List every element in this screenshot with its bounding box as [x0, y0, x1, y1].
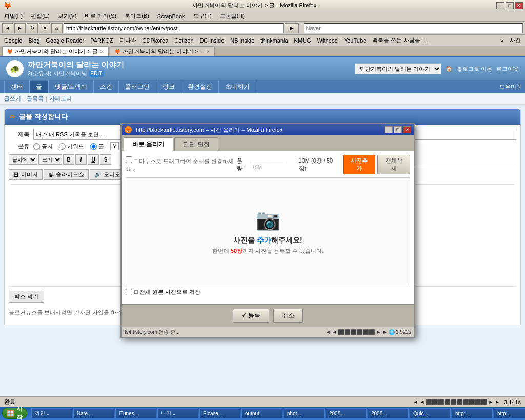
url-input[interactable] [66, 25, 281, 31]
taskbar-item-8[interactable]: 2008... [368, 408, 409, 418]
radio-group: 공지 키워드 글 Y [33, 142, 119, 150]
bookmark-google[interactable]: Google [2, 36, 24, 45]
bookmark-reader[interactable]: Google Reader [44, 36, 87, 45]
taskbar-item-3[interactable]: 나이... [157, 408, 198, 418]
nav-plugin[interactable]: 플러그인 [119, 81, 156, 93]
nav-posts[interactable]: 글 [30, 81, 49, 93]
nav-link[interactable]: 링크 [156, 81, 181, 93]
radio-notice-input[interactable] [33, 143, 40, 150]
nav-settings[interactable]: 환경설정 [181, 81, 219, 93]
taskbar-item-11[interactable]: http:... [494, 408, 525, 418]
media-tab-image[interactable]: 🖼 이미지 [9, 169, 43, 180]
blog-avatar: 🐢 [6, 60, 24, 77]
taskbar-item-7[interactable]: 2008... [326, 408, 367, 418]
bookmark-dinawa[interactable]: 디나와 [117, 35, 138, 45]
tab-1[interactable]: 🦊 까만거북이의 달리는 이야기 > ... ✕ [110, 46, 215, 56]
breadcrumb-list[interactable]: 글목록 [27, 95, 44, 103]
radio-keyword-input[interactable] [59, 143, 66, 150]
reload-button[interactable]: ↻ [27, 23, 38, 33]
start-button[interactable]: 🪟 시작 [2, 408, 27, 419]
menu-tools[interactable]: 도구(T) [191, 11, 214, 21]
strikethrough-button[interactable]: S [100, 154, 111, 165]
taskbar-item-1[interactable]: Nate... [73, 408, 114, 418]
goto-blog-link[interactable]: 🏠 [446, 66, 453, 72]
move-to-blog-link[interactable]: 블로그로 이동 [457, 65, 492, 73]
taskbar-item-0[interactable]: 까만... [31, 408, 72, 418]
taskbar-item-5[interactable]: output [241, 408, 282, 418]
nav-center[interactable]: 센터 [4, 81, 30, 93]
taskbar-item-4[interactable]: Picasa... [199, 408, 240, 418]
dialog-footer: ✔ 등록 취소 [122, 304, 414, 327]
media-tab-audio[interactable]: 🔊 오디오 [90, 169, 125, 180]
close-button[interactable]: ✕ [515, 2, 523, 9]
dialog-tab-upload[interactable]: 바로 올리기 [124, 137, 173, 151]
bookmark-parkoz[interactable]: PARKOZ [88, 36, 115, 45]
logout-link[interactable]: 로그아웃 [496, 65, 519, 73]
dialog-tab-edit[interactable]: 간단 편집 [174, 137, 218, 151]
menu-bar: 파일(F) 편집(E) 보기(V) 바로 가기(S) 북마크(B) ScrapB… [0, 11, 525, 22]
tab-0[interactable]: 🦊 까만거북이의 달리는 이야기 > 글 ✕ [2, 46, 109, 56]
menu-edit[interactable]: 편집(E) [29, 11, 52, 21]
bookmark-withpod[interactable]: Withpod [315, 36, 340, 45]
bookmark-dc[interactable]: DC inside [198, 36, 227, 45]
search-input[interactable] [306, 25, 521, 31]
bookmark-kmug[interactable]: KMUG [292, 36, 313, 45]
blog-select[interactable]: 까만거북이의 달리는 이야기 [355, 63, 441, 74]
add-photo-button[interactable]: 사진추가 [343, 155, 376, 174]
menu-bookmark[interactable]: 북마크(B) [123, 11, 151, 21]
bookmark-thinkmania[interactable]: thinkmania [258, 36, 290, 45]
breadcrumb-write[interactable]: 글쓰기 [4, 95, 21, 103]
register-button[interactable]: ✔ 등록 [233, 309, 269, 323]
bookmark-macbook[interactable]: 맥북을 쓰는 사람들 :... [370, 35, 430, 45]
dialog-maximize[interactable]: □ [394, 126, 402, 133]
menu-view[interactable]: 보기(V) [56, 11, 79, 21]
font-select[interactable]: 글자체 [9, 154, 37, 165]
nav-invite[interactable]: 초대하기 [219, 81, 256, 93]
bookmark-cdpkorea[interactable]: CDPkorea [140, 36, 171, 45]
minimize-button[interactable]: _ [496, 2, 504, 9]
dialog-close[interactable]: ✕ [403, 126, 411, 133]
italic-button[interactable]: I [75, 154, 87, 165]
media-tab-slideshow[interactable]: 📽 슬라이드쇼 [44, 169, 89, 180]
taskbar-item-2[interactable]: iTunes... [115, 408, 156, 418]
breadcrumb-category[interactable]: 카테고리 [49, 95, 72, 103]
stop-button[interactable]: ✕ [39, 23, 50, 33]
nav-comments[interactable]: 댓글/트랙백 [49, 81, 94, 93]
menu-goto[interactable]: 바로 가기(S) [83, 11, 118, 21]
go-button[interactable]: ▶ [285, 23, 299, 33]
drag-checkbox[interactable] [126, 156, 132, 163]
taskbar-item-10[interactable]: http:... [452, 408, 493, 418]
dialog-minimize[interactable]: _ [385, 126, 393, 133]
home-button[interactable]: ⌂ [51, 23, 63, 33]
cancel-button[interactable]: 취소 [273, 309, 303, 323]
bookmark-photo[interactable]: 사진 [508, 35, 523, 45]
delete-all-button[interactable]: 전체삭제 [377, 155, 410, 174]
write-header: ✏ 글을 작성합니다 [5, 109, 520, 125]
bold-button[interactable]: B [63, 154, 74, 165]
upload-placeholder: 📷 사진을 추가해주세요! 한번에 50장까지 사진을 등록할 수 있습니다. [212, 208, 324, 255]
tab-1-close[interactable]: ✕ [206, 49, 210, 54]
bookmark-cetizen[interactable]: Cetizen [172, 36, 195, 45]
bookmark-more[interactable]: » [498, 36, 506, 45]
underline-button[interactable]: U [88, 154, 99, 165]
bookmark-blog[interactable]: Blog [26, 36, 42, 45]
taskbar-item-9[interactable]: Quic... [410, 408, 451, 418]
category-label: 분류 [9, 143, 29, 150]
forward-button[interactable]: ► [14, 23, 26, 33]
bookmark-youtube[interactable]: YouTube [342, 36, 368, 45]
radio-post-input[interactable] [90, 143, 97, 150]
size-select[interactable]: 크기 [38, 154, 62, 165]
bookmark-nb[interactable]: NB inside [228, 36, 256, 45]
menu-file[interactable]: 파일(F) [2, 11, 25, 21]
nav-help[interactable]: 도우미 ? [499, 83, 521, 91]
menu-scrapbook[interactable]: ScrapBook [155, 12, 187, 21]
menu-help[interactable]: 도움말(H) [218, 11, 247, 21]
nav-skin[interactable]: 스킨 [94, 81, 119, 93]
back-button[interactable]: ◄ [2, 23, 13, 33]
taskbar-item-6[interactable]: phot... [284, 408, 325, 418]
tab-0-close[interactable]: ✕ [100, 49, 104, 54]
save-original-checkbox[interactable] [126, 289, 132, 295]
maximize-button[interactable]: □ [506, 2, 514, 9]
box-button[interactable]: 박스 넣기 [9, 291, 44, 303]
upload-area[interactable]: 📷 사진을 추가해주세요! 한번에 50장까지 사진을 등록할 수 있습니다. [126, 177, 410, 285]
